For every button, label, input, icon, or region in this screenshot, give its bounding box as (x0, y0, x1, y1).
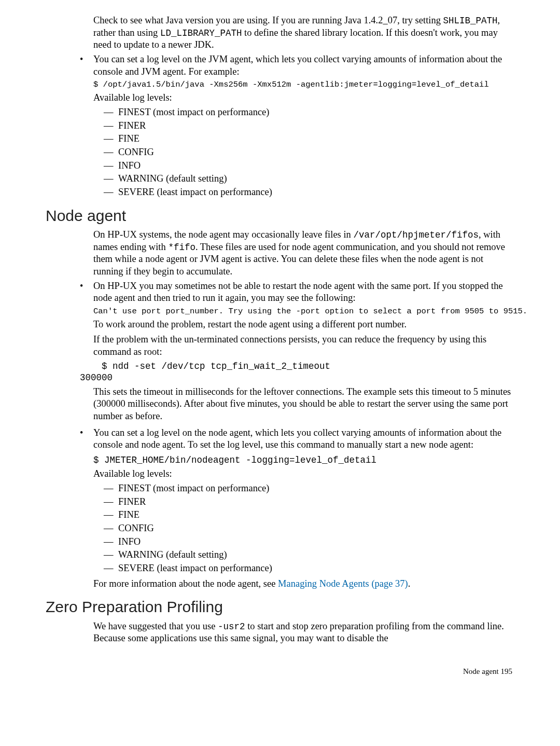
code-fifo-pattern: *fifo (168, 242, 195, 253)
node-intro-block: On HP-UX systems, the node agent may occ… (80, 229, 514, 590)
code-shlib-path: SHLIB_PATH (443, 16, 498, 26)
zero-prep-heading: Zero Preparation Profiling (46, 597, 514, 617)
zero-paragraph: We have suggested that you use -usr2 to … (93, 620, 514, 645)
node-b2-p1: You can set a log level on the node agen… (93, 427, 514, 451)
code-fifos-path: /var/opt/hpjmeter/fifos (353, 230, 479, 240)
node-b1-p2: To work around the problem, restart the … (93, 319, 514, 331)
jvm-command: $ /opt/java1.5/bin/java -Xms256m -Xmx512… (93, 80, 514, 90)
jvm-available-label: Available log levels: (93, 92, 514, 104)
level-item: CONFIG (104, 146, 514, 159)
ndd-command: $ ndd -set /dev/tcp tcp_fin_wait_2_timeo… (80, 361, 514, 384)
text: Check to see what Java version you are u… (93, 15, 443, 25)
jvm-bullet-block: You can set a log level on the JVM agent… (80, 53, 514, 199)
nodeagent-command: $ JMETER_HOME/bin/nodeagent -logging=lev… (93, 454, 514, 466)
code-usr2: -usr2 (218, 621, 245, 632)
level-item: CONFIG (104, 522, 514, 535)
zero-paragraph-block: We have suggested that you use -usr2 to … (93, 620, 514, 645)
text: On HP-UX systems, the node agent may occ… (93, 229, 353, 240)
node-port-error: Can't use port port_number. Try using th… (93, 307, 514, 317)
top-paragraph-block: Check to see what Java version you are u… (93, 15, 514, 51)
level-item: SEVERE (least impact on performance) (104, 186, 514, 199)
level-item: FINE (104, 509, 514, 521)
node-levels-list: FINEST (most impact on performance) FINE… (104, 482, 514, 575)
level-item: INFO (104, 160, 514, 172)
level-item: WARNING (default setting) (104, 173, 514, 185)
level-item: FINE (104, 133, 514, 145)
jvm-bullet-text: You can set a log level on the JVM agent… (93, 53, 514, 78)
level-item: SEVERE (least impact on performance) (104, 562, 514, 575)
node-loglevel-bullet: You can set a log level on the node agen… (80, 427, 514, 575)
node-more-info: For more information about the node agen… (93, 578, 514, 590)
level-item: FINER (104, 120, 514, 132)
level-item: FINEST (most impact on performance) (104, 106, 514, 119)
jvm-levels-list: FINEST (most impact on performance) FINE… (104, 106, 514, 199)
text: We have suggested that you use (93, 621, 218, 631)
level-item: INFO (104, 536, 514, 548)
node-intro-paragraph: On HP-UX systems, the node agent may occ… (93, 229, 514, 278)
node-b2-available-label: Available log levels: (93, 468, 514, 480)
node-agent-heading: Node agent (46, 206, 514, 226)
code-ld-library-path: LD_LIBRARY_PATH (160, 28, 242, 38)
node-restart-bullet: On HP-UX you may sometimes not be able t… (80, 280, 514, 423)
node-b1-p3: If the problem with the un-terminated co… (93, 334, 514, 358)
text: For more information about the node agen… (93, 578, 278, 589)
node-b1-p4: This sets the timeout in milliseconds fo… (93, 386, 514, 423)
jvm-log-level-bullet: You can set a log level on the JVM agent… (80, 53, 514, 199)
managing-node-agents-link[interactable]: Managing Node Agents (page 37) (278, 578, 408, 589)
top-paragraph: Check to see what Java version you are u… (93, 15, 514, 51)
level-item: FINER (104, 496, 514, 508)
node-bullets: On HP-UX you may sometimes not be able t… (80, 280, 514, 575)
node-b1-p1: On HP-UX you may sometimes not be able t… (93, 280, 514, 305)
page-footer: Node agent 195 (46, 667, 514, 676)
level-item: FINEST (most impact on performance) (104, 482, 514, 495)
level-item: WARNING (default setting) (104, 549, 514, 561)
text: . (408, 578, 411, 589)
